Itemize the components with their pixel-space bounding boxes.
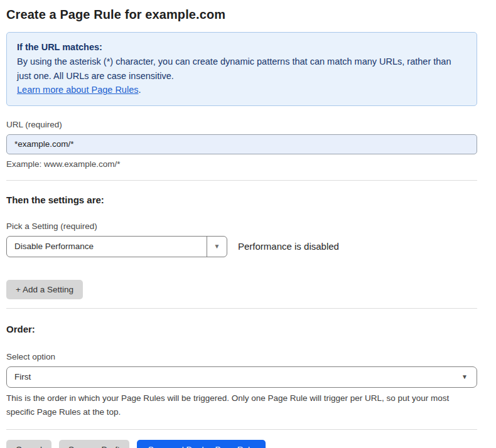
info-box-heading: If the URL matches:	[17, 40, 466, 54]
setting-dropdown-value: Disable Performance	[7, 237, 207, 257]
form-actions: Cancel Save as Draft Save and Deploy Pag…	[6, 440, 477, 448]
link-period: .	[138, 85, 141, 95]
cancel-button[interactable]: Cancel	[6, 440, 51, 448]
info-box-link-line: Learn more about Page Rules.	[17, 83, 466, 97]
setting-status-text: Performance is disabled	[238, 241, 339, 252]
order-help-text: This is the order in which your Page Rul…	[6, 392, 477, 420]
settings-section-heading: Then the settings are:	[6, 195, 477, 205]
url-match-info-box: If the URL matches: By using the asteris…	[6, 32, 477, 106]
add-setting-button[interactable]: + Add a Setting	[6, 280, 83, 299]
divider	[6, 308, 477, 309]
order-select-value: First	[14, 372, 31, 381]
info-box-body: By using the asterisk (*) character, you…	[17, 55, 466, 83]
url-input[interactable]	[6, 134, 477, 154]
divider	[6, 429, 477, 430]
order-select[interactable]: First ▼	[6, 366, 477, 388]
setting-row: Disable Performance ▼ Performance is dis…	[6, 236, 477, 257]
url-field-label: URL (required)	[6, 120, 477, 129]
caret-down-icon: ▼	[461, 373, 468, 380]
learn-more-link[interactable]: Learn more about Page Rules	[17, 85, 138, 95]
setting-dropdown-caret-button[interactable]: ▼	[207, 237, 227, 257]
order-section-heading: Order:	[6, 324, 477, 334]
page-title: Create a Page Rule for example.com	[6, 8, 477, 22]
order-select-label: Select option	[6, 352, 477, 361]
divider	[6, 180, 477, 181]
url-example-text: Example: www.example.com/*	[6, 159, 477, 169]
page-rule-form: Create a Page Rule for example.com If th…	[0, 0, 496, 448]
setting-dropdown[interactable]: Disable Performance ▼	[6, 236, 227, 257]
caret-down-icon: ▼	[214, 243, 220, 250]
pick-setting-label: Pick a Setting (required)	[6, 221, 477, 231]
save-draft-button[interactable]: Save as Draft	[59, 440, 129, 448]
save-deploy-button[interactable]: Save and Deploy Page Rule	[137, 440, 266, 448]
